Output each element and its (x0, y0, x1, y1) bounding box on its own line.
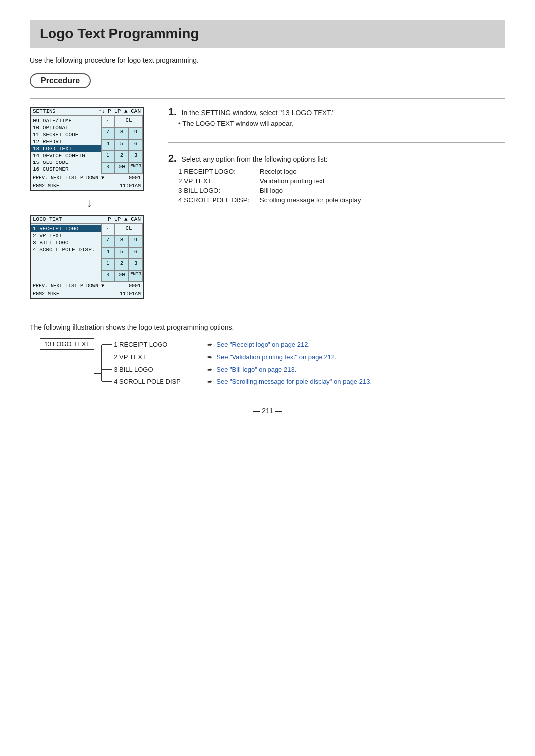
step2-number: 2. (168, 153, 177, 163)
numpad2-1[interactable]: 1 (101, 259, 115, 270)
step1-bullet: • The LOGO TEXT window will appear. (178, 120, 505, 127)
branch-link-1[interactable]: See "Receipt logo" on page 212. (216, 341, 310, 348)
divider (168, 142, 505, 143)
numpad2-5[interactable]: 5 (115, 247, 129, 259)
numpad-5[interactable]: 5 (115, 139, 129, 151)
numpad-2[interactable]: 2 (115, 151, 129, 162)
numpad2-9[interactable]: 9 (129, 235, 143, 247)
numpad-4[interactable]: 4 (101, 139, 115, 151)
screen1-header-right: ↑↓ P UP ▲ CAN (98, 108, 141, 114)
screen2-pgm-label: PGM2 MIKE (33, 291, 59, 297)
numpad-9[interactable]: 9 (129, 127, 143, 139)
option-receipt-logo: 1 RECEIPT LOGO: Receipt logo (178, 168, 505, 175)
numpad-8[interactable]: 8 (115, 127, 129, 139)
branch-label-1: 1 RECEIPT LOGO (114, 341, 203, 348)
screen2-footer: PREV. NEXT LIST P DOWN ▼ 0001 (31, 282, 143, 290)
branch-scroll-pole: 4 SCROLL POLE DISP ➨ See "Scrolling mess… (102, 378, 372, 385)
numpad2-3[interactable]: 3 (129, 259, 143, 270)
tree-connector (94, 339, 101, 374)
option-bill-logo-desc: Bill logo (260, 187, 283, 194)
step2-description: Select any option from the following opt… (182, 155, 328, 163)
numpad2-7[interactable]: 7 (101, 235, 115, 247)
screen2-mock: LOGO TEXT P UP ▲ CAN 1 RECEIPT LOGO 2 VP… (30, 215, 144, 299)
branch-arrow-2: ➨ (207, 353, 213, 361)
tree-root: 13 LOGO TEXT (40, 337, 101, 387)
screen1-footer: PREV. NEXT LIST P DOWN ▼ 0001 (31, 174, 143, 182)
numpad2-00[interactable]: 00 (115, 270, 129, 282)
arrow-down-icon: ↓ (30, 191, 149, 215)
numpad2-cl: CL (115, 224, 143, 235)
branch-label-4: 4 SCROLL POLE DISP (114, 378, 203, 385)
step-content: 1. In the SETTING window, select "13 LOG… (168, 107, 505, 206)
screen2-row-3: 3 BILL LOGO (31, 239, 101, 246)
screen1-area: SETTING ↑↓ P UP ▲ CAN 09 DATE/TIME 10 OP… (30, 107, 149, 299)
screen1-time: 11:01AM (120, 183, 141, 189)
step2-text: 2. Select any option from the following … (168, 153, 505, 164)
step1-number: 1. (168, 107, 177, 117)
option-scroll-pole: 4 SCROLL POLE DISP: Scrolling message fo… (178, 196, 505, 204)
numpad-00[interactable]: 00 (115, 162, 129, 174)
numpad2-8[interactable]: 8 (115, 235, 129, 247)
screen1-numpad-area: 09 DATE/TIME 10 OPTIONAL 11 SECRET CODE … (31, 116, 143, 174)
screen2-header: LOGO TEXT P UP ▲ CAN (31, 216, 143, 224)
screen1-numpad: · CL 7 8 9 4 5 6 1 2 3 0 00 ENTR (101, 116, 143, 174)
screen2-numpad: · CL 7 8 9 4 5 6 1 2 3 0 00 ENTR (101, 224, 143, 282)
screen2-row-1: 1 RECEIPT LOGO (31, 225, 101, 232)
option-vp-text-desc: Validation printing text (260, 177, 325, 185)
numpad-0[interactable]: 0 (101, 162, 115, 174)
screen1-row-8: 16 CUSTOMER (31, 166, 101, 173)
page-number: — 211 — (30, 407, 505, 415)
screen1-row-6: 14 DEVICE CONFIG (31, 152, 101, 159)
screen1-row-1: 09 DATE/TIME (31, 117, 101, 124)
numpad2-0[interactable]: 0 (101, 270, 115, 282)
screen2-code: 0001 (129, 283, 141, 289)
screen1-row-4: 12 REPORT (31, 138, 101, 145)
numpad-dot: · (101, 116, 115, 127)
branch-line-4 (102, 381, 112, 382)
screen2-header-right: P UP ▲ CAN (108, 216, 141, 222)
branch-link-4[interactable]: See "Scrolling message for pole display"… (216, 378, 372, 385)
screen1-row-5: 13 LOGO TEXT (31, 145, 101, 152)
illustration-intro: The following illustration shows the log… (30, 324, 505, 331)
branch-arrow-1: ➨ (207, 341, 213, 348)
numpad-6[interactable]: 6 (129, 139, 143, 151)
h-connector (94, 373, 101, 374)
screen2-row-6 (31, 260, 101, 267)
screen1-header: SETTING ↑↓ P UP ▲ CAN (31, 108, 143, 116)
screen2-header-title: LOGO TEXT (33, 216, 62, 222)
branch-line-3 (102, 369, 112, 370)
branch-arrow-3: ➨ (207, 366, 213, 373)
branch-label-2: 2 VP TEXT (114, 353, 203, 361)
option-receipt-logo-name: 1 RECEIPT LOGO: (178, 168, 258, 175)
numpad2-4[interactable]: 4 (101, 247, 115, 259)
numpad-1[interactable]: 1 (101, 151, 115, 162)
branch-link-3[interactable]: See "Bill logo" on page 213. (216, 366, 296, 373)
numpad-entr[interactable]: ENTR (129, 162, 143, 174)
tree-diagram: 13 LOGO TEXT 1 RECEIPT LOGO ➨ See "Recei… (40, 337, 505, 387)
screen2-row-5 (31, 253, 101, 260)
option-receipt-logo-desc: Receipt logo (260, 168, 297, 175)
branches-area: 1 RECEIPT LOGO ➨ See "Receipt logo" on p… (101, 339, 372, 387)
branch-link-2[interactable]: See "Validation printing text" on page 2… (216, 353, 336, 361)
step1-row: SETTING ↑↓ P UP ▲ CAN 09 DATE/TIME 10 OP… (30, 98, 505, 299)
tree-root-box: 13 LOGO TEXT (40, 338, 94, 350)
screen1-footer-nav: PREV. NEXT LIST P DOWN ▼ (33, 175, 104, 181)
numpad-7[interactable]: 7 (101, 127, 115, 139)
screen1-row-3: 11 SECRET CODE (31, 131, 101, 138)
numpad2-6[interactable]: 6 (129, 247, 143, 259)
option-vp-text: 2 VP TEXT: Validation printing text (178, 177, 505, 185)
procedure-badge: Procedure (30, 73, 91, 88)
screen2-row-7 (31, 267, 101, 274)
option-scroll-pole-desc: Scrolling message for pole display (260, 196, 361, 204)
screen2-row-2: 2 VP TEXT (31, 232, 101, 239)
numpad2-entr[interactable]: ENTR (129, 270, 143, 282)
option-vp-text-name: 2 VP TEXT: (178, 177, 258, 185)
illustration-section: The following illustration shows the log… (30, 324, 505, 387)
numpad-3[interactable]: 3 (129, 151, 143, 162)
screen2-row-4: 4 SCROLL POLE DISP. (31, 246, 101, 253)
numpad2-2[interactable]: 2 (115, 259, 129, 270)
step1-content: 1. In the SETTING window, select "13 LOG… (168, 107, 505, 127)
step1-description: In the SETTING window, select "13 LOGO T… (182, 109, 335, 117)
branch-vp-text: 2 VP TEXT ➨ See "Validation printing tex… (102, 353, 372, 361)
screen1-header-title: SETTING (33, 108, 55, 114)
